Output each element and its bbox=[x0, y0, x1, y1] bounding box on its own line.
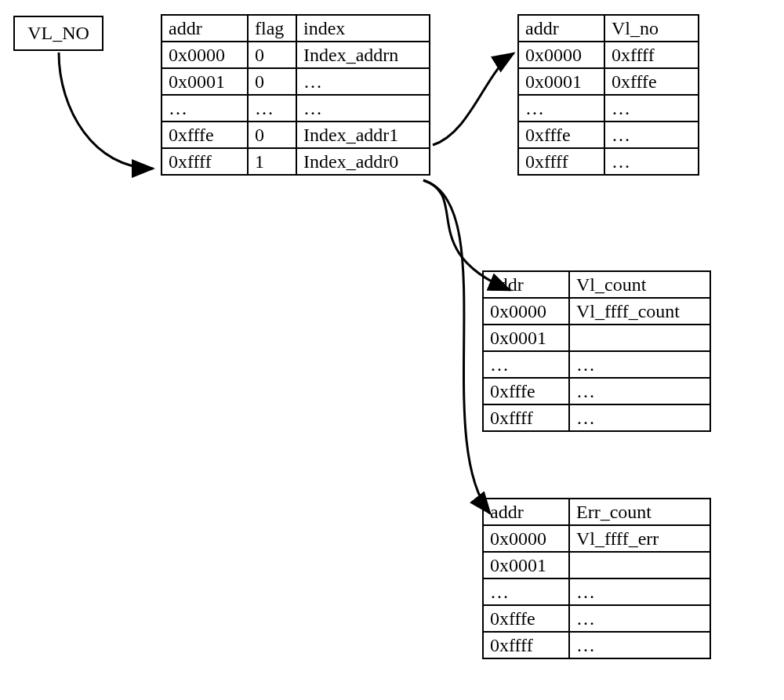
vlno-box: VL_NO bbox=[13, 16, 103, 51]
table-row: addr Vl_no bbox=[518, 15, 699, 42]
header-addr: addr bbox=[162, 15, 248, 42]
table-row: 0x00010xfffe bbox=[518, 68, 699, 95]
header-index: index bbox=[296, 15, 430, 42]
table-row: 0xffff… bbox=[483, 632, 710, 658]
table-row: 0x00010… bbox=[162, 68, 430, 95]
table-row: …… bbox=[518, 95, 699, 122]
vlno-label: VL_NO bbox=[27, 23, 89, 44]
table-row: 0xffff… bbox=[518, 148, 699, 175]
table-row: …… bbox=[483, 578, 710, 605]
table-row: 0xffff… bbox=[483, 404, 710, 431]
table-row: 0x0001 bbox=[483, 325, 710, 351]
table-row: 0x00000xffff bbox=[518, 42, 699, 68]
header-vlcount: Vl_count bbox=[569, 271, 710, 298]
table-row: 0xffff1Index_addr0 bbox=[162, 148, 430, 175]
header-vlno: Vl_no bbox=[604, 15, 699, 42]
table-row: 0xfffe… bbox=[483, 605, 710, 632]
table-row: 0xfffe… bbox=[483, 378, 710, 404]
table-row: addr flag index bbox=[162, 15, 430, 42]
vlcount-table: addr Vl_count 0x0000Vl_ffff_count 0x0001… bbox=[482, 270, 711, 432]
table-row: 0x0001 bbox=[483, 552, 710, 578]
table-row: 0x00000Index_addrn bbox=[162, 42, 430, 68]
header-flag: flag bbox=[248, 15, 296, 42]
header-errcount: Err_count bbox=[569, 499, 710, 525]
table-row: addr Err_count bbox=[483, 499, 710, 525]
lookup-table: addr flag index 0x00000Index_addrn 0x000… bbox=[161, 14, 430, 176]
table-row: 0x0000Vl_ffff_err bbox=[483, 525, 710, 552]
table-row: 0xfffe… bbox=[518, 122, 699, 148]
header-addr: addr bbox=[483, 271, 569, 298]
table-row: …… bbox=[483, 351, 710, 378]
vlno-table: addr Vl_no 0x00000xffff 0x00010xfffe …… … bbox=[517, 14, 699, 176]
header-addr: addr bbox=[483, 499, 569, 525]
header-addr: addr bbox=[518, 15, 604, 42]
errcount-table: addr Err_count 0x0000Vl_ffff_err 0x0001 … bbox=[482, 498, 711, 659]
table-row: addr Vl_count bbox=[483, 271, 710, 298]
table-row: 0x0000Vl_ffff_count bbox=[483, 298, 710, 325]
table-row: 0xfffe0Index_addr1 bbox=[162, 122, 430, 148]
table-row: ……… bbox=[162, 95, 430, 122]
